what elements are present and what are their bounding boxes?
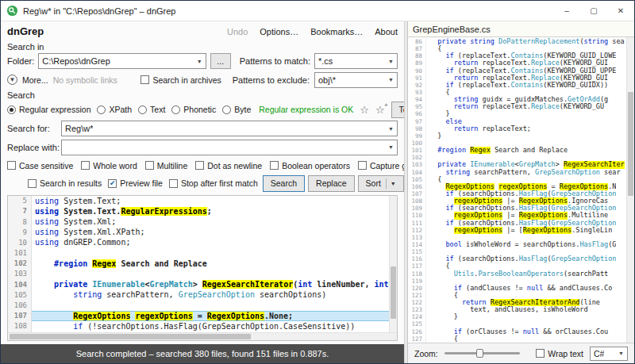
- sort-button[interactable]: Sort▼: [358, 175, 404, 192]
- preview-line[interactable]: 111 if (searchOptions.HasFlag(GrepSearch…: [408, 220, 626, 227]
- scrollbar-thumb[interactable]: [10, 334, 251, 339]
- preview-line[interactable]: 91 return replaceText.Replace(KEYWORD_GU…: [408, 75, 626, 82]
- scrollbar-thumb[interactable]: [628, 92, 633, 196]
- patterns-exclude-combobox[interactable]: obj\* ▼: [314, 72, 398, 88]
- chevron-down-icon[interactable]: ▼: [194, 59, 202, 64]
- preview-line[interactable]: 87 {: [408, 45, 626, 52]
- replace-button[interactable]: Replace: [308, 175, 355, 192]
- preview-line[interactable]: 115: [408, 248, 626, 255]
- preview-line[interactable]: 118 Utils.ParseBooleanOperators(searchPa…: [408, 270, 626, 278]
- preview-line[interactable]: 110 regexOptions |= RegexOptions.Multili…: [408, 212, 626, 219]
- chevron-down-icon[interactable]: ▼: [385, 59, 394, 64]
- chevron-down-icon[interactable]: ▼: [385, 144, 394, 150]
- syntax-combobox[interactable]: C# ▼: [590, 347, 628, 361]
- folder-combobox[interactable]: C:\Repos\dnGrep ▼: [38, 53, 206, 69]
- chevron-down-icon[interactable]: ▼: [385, 77, 394, 82]
- preview-line[interactable]: 97 else: [408, 118, 626, 125]
- preview-line[interactable]: 105 {: [408, 176, 626, 183]
- chevron-down-icon[interactable]: ▼: [385, 126, 394, 132]
- preview-line[interactable]: 109 if (searchOptions.HasFlag(GrepSearch…: [408, 205, 626, 212]
- preview-line[interactable]: 113: [408, 234, 626, 241]
- result-line[interactable]: 105 string searchPattern, GrepSearchOpti…: [8, 289, 397, 300]
- preview-line[interactable]: 106 RegexOptions regexOptions = RegexOpt…: [408, 183, 626, 190]
- preview-line[interactable]: 100: [408, 140, 626, 147]
- multiline-checkbox[interactable]: Multiline: [145, 161, 188, 171]
- preview-line[interactable]: 127 {: [408, 335, 626, 343]
- star-icon[interactable]: ☆: [360, 105, 369, 115]
- preview-line[interactable]: 121 {: [408, 292, 626, 299]
- preview-line[interactable]: 96 }: [408, 110, 626, 117]
- preview-line[interactable]: 119: [408, 278, 626, 285]
- menu-undo[interactable]: Undo: [227, 27, 248, 36]
- radio-text[interactable]: Text: [138, 105, 165, 114]
- scrollbar-thumb[interactable]: [391, 266, 396, 319]
- result-line[interactable]: 5using System.Text;: [8, 196, 397, 206]
- preview-line[interactable]: 92 if (replaceText.Contains(KEYWORD_GUID…: [408, 82, 626, 89]
- preview-line[interactable]: 93 {: [408, 89, 626, 96]
- radio-phonetic[interactable]: Phonetic: [171, 105, 216, 114]
- result-line[interactable]: 107 RegexOptions regexOptions = RegexOpt…: [8, 311, 397, 321]
- result-line[interactable]: 106: [8, 300, 397, 310]
- case-sensitive-checkbox[interactable]: Case sensitive: [7, 161, 73, 171]
- expander-chevron-icon[interactable]: ▼: [7, 75, 17, 85]
- results-vertical-scrollbar[interactable]: [389, 196, 397, 332]
- result-line[interactable]: 101: [8, 248, 397, 259]
- minimize-button[interactable]: –: [553, 1, 580, 21]
- preview-line[interactable]: 116 if (searchOptions.HasFlag(GrepSearch…: [408, 255, 626, 262]
- preview-file-tab[interactable]: GrepEngineBase.cs: [408, 21, 634, 37]
- result-line[interactable]: 104 private IEnumerable<GrepMatch> Regex…: [8, 279, 397, 289]
- preview-line[interactable]: 98 return replaceText;: [408, 125, 626, 132]
- wrap-text-checkbox[interactable]: Wrap text: [536, 349, 583, 358]
- search-in-archives-checkbox[interactable]: Search in archives: [140, 75, 221, 85]
- dot-as-newline-checkbox[interactable]: Dot as newline: [195, 161, 262, 171]
- zoom-slider[interactable]: [444, 352, 520, 354]
- result-line[interactable]: 8using System.Xml;: [8, 216, 397, 227]
- preview-line[interactable]: 126 if (orClauses != null && orClauses.C…: [408, 328, 626, 335]
- preview-line[interactable]: 95 return replaceText.Replace(KEYWORD_GU: [408, 103, 626, 110]
- preview-line[interactable]: 89 return replaceText.Replace(KEYWORD_GU…: [408, 59, 626, 67]
- result-line[interactable]: 9using System.Xml.XPath;: [8, 227, 397, 237]
- preview-line[interactable]: 104 string searchPattern, GrepSearchOpti…: [408, 169, 626, 176]
- preview-line[interactable]: 107 if (searchOptions.HasFlag(GrepSearch…: [408, 190, 626, 197]
- menu-bookmarks[interactable]: Bookmarks…: [310, 27, 363, 36]
- radio-byte[interactable]: Byte: [222, 105, 251, 114]
- preview-line[interactable]: 120 if (andClauses != null && andClauses…: [408, 285, 626, 292]
- preview-line[interactable]: 101 #region Regex Search and Replace: [408, 147, 626, 154]
- preview-line[interactable]: 108 regexOptions |= RegexOptions.IgnoreC…: [408, 197, 626, 205]
- search-for-combobox[interactable]: Reg\w* ▼: [61, 121, 398, 136]
- preview-line[interactable]: 102: [408, 154, 626, 161]
- result-line[interactable]: 108 if (!searchOptions.HasFlag(GrepSearc…: [8, 321, 397, 331]
- zoom-slider-thumb[interactable]: [476, 349, 483, 358]
- preview-file-checkbox[interactable]: ✔Preview file: [108, 178, 163, 188]
- radio-xpath[interactable]: XPath: [97, 105, 132, 114]
- preview-line[interactable]: 122 return RegexSearchIteratorAnd(line: [408, 299, 626, 306]
- preview-line[interactable]: 114 bool isWholeWord = searchOptions.Has…: [408, 241, 626, 248]
- preview-line[interactable]: 99 }: [408, 132, 626, 140]
- radio-regular-expression[interactable]: Regular expression: [7, 105, 90, 114]
- preview-line[interactable]: 103 private IEnumerable<GrepMatch> Regex…: [408, 161, 626, 168]
- whole-word-checkbox[interactable]: Whole word: [81, 161, 137, 171]
- boolean-operators-checkbox[interactable]: Boolean operators: [270, 161, 350, 171]
- preview-line[interactable]: 117 {: [408, 262, 626, 270]
- preview-line[interactable]: 88 if (replaceText.Contains(KEYWORD_GUID…: [408, 52, 626, 59]
- result-line[interactable]: 102 #region Regex Search and Replace: [8, 259, 397, 269]
- preview-line[interactable]: 124 }: [408, 313, 626, 320]
- browse-button[interactable]: ...: [210, 53, 231, 69]
- preview-line[interactable]: 86 private string DoPatternReplacement(s…: [408, 38, 626, 45]
- results-horizontal-scrollbar[interactable]: [8, 332, 397, 340]
- close-button[interactable]: ✕: [607, 1, 634, 21]
- menu-options[interactable]: Options…: [260, 27, 298, 36]
- preview-vertical-scrollbar[interactable]: [626, 37, 634, 343]
- preview-line[interactable]: 112 regexOptions |= [RegexOptions.Single…: [408, 227, 626, 234]
- preview-line[interactable]: 125: [408, 320, 626, 328]
- maximize-button[interactable]: ▢: [580, 1, 607, 21]
- result-line[interactable]: 103: [8, 269, 397, 279]
- stop-after-first-match-checkbox[interactable]: Stop after first match: [169, 178, 258, 188]
- preview-line[interactable]: 94 string guidx = guidxMatches.GetOrAdd(…: [408, 96, 626, 103]
- result-line[interactable]: 10using dnGREP.Common;: [8, 237, 397, 247]
- preview-line[interactable]: 90 if (replaceText.Contains(KEYWORD_GUID…: [408, 67, 626, 75]
- preview-line[interactable]: 123 text, andClauses, isWholeWord: [408, 306, 626, 313]
- replace-with-combobox[interactable]: ▼: [61, 140, 398, 155]
- more-label[interactable]: More...: [22, 75, 48, 85]
- search-button[interactable]: Search: [263, 175, 305, 192]
